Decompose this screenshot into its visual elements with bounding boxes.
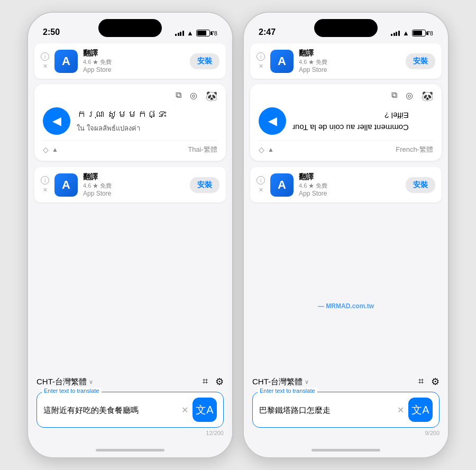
language-selector-1[interactable]: CHT-台灣繁體 ∨ (36, 377, 93, 387)
install-button-1b[interactable]: 安裝 (190, 177, 219, 193)
translated-line-2: Eiffel ? (292, 109, 409, 122)
input-label-2: Enter text to translate (258, 388, 317, 394)
battery-icon-2 (412, 30, 426, 36)
toolbar-icons-2: ⌗ ⚙ (418, 376, 440, 388)
install-button-2b[interactable]: 安裝 (406, 177, 435, 193)
panda-icon-1[interactable]: 🐼 (206, 90, 217, 102)
app-icon-2: A (270, 50, 294, 73)
install-button-1[interactable]: 安裝 (190, 53, 219, 69)
battery-icon-1 (196, 30, 210, 36)
app-icon-1b: A (54, 173, 78, 197)
ad-left-2b: i ✕ (257, 176, 265, 193)
ad-app-sub-2b: 4.6 ★ 免費 (299, 182, 400, 190)
ad-app-sub-2: 4.6 ★ 免費 (299, 58, 400, 66)
translation-card-2: ⧉ ◎ 🐼 ◀ Comment aller au coin de la Tour… (250, 84, 442, 161)
ad-store-1b: App Store (83, 190, 185, 197)
dynamic-island-2 (314, 19, 378, 37)
ad-app-name-2: 翻譯 (299, 49, 400, 58)
language-selector-2[interactable]: CHT-台灣繁體 ∨ (252, 377, 309, 387)
chevron-down-icon-1: ∨ (89, 379, 93, 385)
translate-main-1: CHT-台灣繁體 ∨ ⌗ ⚙ Enter text to translate 這… (28, 321, 232, 443)
lang-label-2: CHT-台灣繁體 (252, 377, 303, 387)
phone-2: 2:47 ▲ 78 (243, 12, 449, 458)
app-content-1: i ✕ A 翻譯 4.6 ★ 免費 App Store 安裝 (28, 40, 232, 443)
speak-icon-1: ◀ (52, 114, 61, 128)
input-text-2: 巴黎鐵塔路口怎麼走 (259, 404, 393, 416)
clear-button-1[interactable]: ✕ (181, 405, 188, 415)
ad-store-1: App Store (83, 66, 185, 73)
signal-bars-2 (391, 31, 400, 36)
input-area-2[interactable]: 巴黎鐵塔路口怎麼走 ✕ 文A (252, 392, 440, 428)
input-text-1: 這附近有好吃的美食餐廳嗎 (43, 404, 177, 416)
settings-icon-2[interactable]: ⚙ (431, 376, 440, 388)
translate-btn-icon-2: 文A (411, 403, 429, 417)
spacer-1 (28, 206, 232, 321)
ad-middle-2: 翻譯 4.6 ★ 免費 App Store (299, 49, 400, 73)
translated-line-1: Comment aller au coin de la Tour (292, 121, 409, 133)
crop-icon-2[interactable]: ⌗ (418, 376, 424, 388)
info-icon-1[interactable]: i (41, 52, 49, 61)
watermark-text-2: — MRMAD.com.tw (318, 302, 374, 310)
clear-button-2[interactable]: ✕ (397, 405, 404, 415)
settings-icon-1[interactable]: ⚙ (215, 376, 224, 388)
signal-bar-2-3 (396, 32, 397, 36)
close-icon-2[interactable]: ✕ (259, 63, 263, 70)
info-icon-2[interactable]: i (257, 52, 265, 61)
language-label-2: French-繁體 (396, 145, 433, 154)
panda-icon-2[interactable]: 🐼 (422, 90, 433, 102)
home-indicator-1 (28, 443, 232, 457)
signal-bars-1 (175, 31, 184, 36)
lang-label-1: CHT-台灣繁體 (36, 377, 87, 387)
signal-bar-2-4 (398, 31, 400, 36)
bookmark-icon-2[interactable]: ◇ (259, 145, 264, 154)
wifi-icon-2: ▲ (402, 29, 409, 37)
copy-icon-2[interactable]: ⧉ (391, 90, 397, 102)
translated-text-2: Comment aller au coin de la Tour Eiffel … (292, 109, 409, 133)
card-bottom-left-1: ◇ ▲ (43, 145, 58, 154)
signal-bar-4 (182, 31, 184, 36)
info-icon-1b[interactable]: i (41, 176, 49, 185)
speak-button-1[interactable]: ◀ (43, 107, 70, 135)
crop-icon-1[interactable]: ⌗ (203, 376, 208, 388)
app-icon-letter-2b: A (278, 178, 286, 192)
language-label-1: Thai-繁體 (188, 145, 217, 154)
speak-button-2[interactable]: ◀ (259, 107, 286, 135)
home-bar-2 (312, 449, 380, 451)
input-area-1[interactable]: 這附近有好吃的美食餐廳嗎 ✕ 文A (36, 392, 224, 428)
translate-button-1[interactable]: 文A (193, 398, 217, 422)
time-1: 2:50 (43, 27, 60, 37)
close-icon-1[interactable]: ✕ (43, 63, 48, 70)
close-icon-1b[interactable]: ✕ (43, 187, 48, 193)
close-icon-2b[interactable]: ✕ (259, 187, 263, 193)
ad-left-1b: i ✕ (41, 176, 49, 193)
app-icon-2b: A (270, 173, 294, 197)
translated-text-1: ករុណ សូមមកផ្ទះใน ใจผลลัพธ์แปลงค่า (77, 108, 166, 134)
ad-middle-2b: 翻譯 4.6 ★ 免費 App Store (299, 172, 400, 197)
ad-banner-1: i ✕ A 翻譯 4.6 ★ 免費 App Store 安裝 (34, 43, 226, 79)
signal-bar-2-2 (393, 33, 395, 36)
ad-middle-1b: 翻譯 4.6 ★ 免費 App Store (83, 172, 185, 197)
lang-selector-row-1: CHT-台灣繁體 ∨ ⌗ ⚙ (36, 376, 224, 388)
bookmark-icon-1[interactable]: ◇ (43, 145, 49, 154)
translate-button-2[interactable]: 文A (408, 398, 433, 422)
app-icon-letter-1: A (62, 54, 70, 68)
face-icon-2[interactable]: ◎ (406, 90, 413, 102)
info-icon-2b[interactable]: i (257, 176, 265, 185)
install-button-2[interactable]: 安裝 (406, 53, 435, 69)
copy-icon-1[interactable]: ⧉ (176, 90, 181, 102)
input-container-1: Enter text to translate 這附近有好吃的美食餐廳嗎 ✕ 文… (36, 392, 224, 436)
ad-left-2: i ✕ (257, 52, 265, 70)
app-icon-1: A (54, 50, 78, 73)
ad-app-name-2b: 翻譯 (299, 172, 400, 182)
card-bottom-2: ◇ ▲ French-繁體 (259, 140, 433, 154)
translate-main-2: CHT-台灣繁體 ∨ ⌗ ⚙ Enter text to translate 巴… (244, 321, 448, 443)
card-top-icons-2: ⧉ ◎ 🐼 (259, 90, 433, 102)
app-content-2: i ✕ A 翻譯 4.6 ★ 免費 App Store 安裝 (244, 40, 448, 443)
ad-store-2b: App Store (299, 190, 400, 197)
card-bottom-left-2: ◇ ▲ (259, 145, 274, 154)
face-icon-1[interactable]: ◎ (190, 90, 197, 102)
home-bar-1 (96, 449, 164, 451)
speak-icon-2: ◀ (268, 114, 277, 128)
dynamic-island-1 (98, 19, 162, 37)
watermark-2: — MRMAD.com.tw (318, 301, 374, 310)
